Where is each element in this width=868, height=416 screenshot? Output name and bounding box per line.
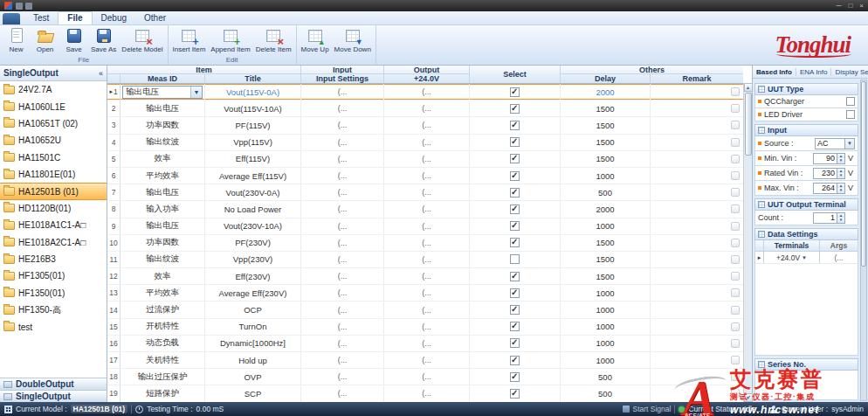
sidebar-item-he216b3[interactable]: HE216B3 bbox=[0, 251, 107, 267]
select-checkbox[interactable] bbox=[510, 272, 520, 281]
meas-id-cell[interactable]: 动态负载 bbox=[121, 336, 205, 351]
ds-data-row[interactable]: ▸ +24.0V ▼ (... bbox=[755, 252, 858, 264]
sidebar-item-he1018a2c1-a[interactable]: HE1018A2C1-A□ bbox=[0, 234, 107, 251]
title-cell[interactable]: OVP bbox=[205, 369, 301, 385]
title-cell[interactable]: Eff(230V) bbox=[205, 268, 301, 284]
row-number[interactable]: 11 bbox=[107, 252, 121, 267]
terminal-combobox[interactable]: +24.0V ▼ bbox=[764, 252, 820, 263]
scroll-thumb[interactable] bbox=[745, 93, 752, 156]
minimize-button[interactable]: ─ bbox=[837, 3, 842, 10]
output-cell[interactable]: (... bbox=[384, 268, 470, 284]
rated-vin-value[interactable]: 230 bbox=[813, 168, 837, 179]
output-cell[interactable]: (... bbox=[384, 319, 470, 335]
meas-id-combobox[interactable]: 输出电压▼ bbox=[122, 86, 203, 99]
remark-cell[interactable] bbox=[651, 352, 743, 368]
chevron-down-icon[interactable]: ▼ bbox=[802, 255, 807, 260]
delay-cell[interactable]: 1500 bbox=[561, 101, 651, 116]
collapse-icon[interactable]: « bbox=[99, 69, 103, 78]
delay-cell[interactable]: 500 bbox=[561, 369, 651, 385]
count-stepper[interactable]: 1 ▲▼ bbox=[813, 212, 845, 224]
select-cell[interactable] bbox=[470, 252, 561, 267]
meas-id-cell[interactable]: 关机特性 bbox=[121, 352, 205, 368]
remark-cell[interactable] bbox=[651, 201, 743, 217]
remark-cell[interactable] bbox=[651, 84, 743, 100]
input-settings-cell[interactable]: (... bbox=[301, 385, 384, 401]
meas-id-cell[interactable]: 输出电压 bbox=[121, 184, 205, 200]
title-cell[interactable]: Vout(230V-0A) bbox=[205, 184, 301, 200]
delay-cell[interactable]: 1000 bbox=[561, 218, 651, 234]
sidebar-item-ha10652u[interactable]: HA10652U bbox=[0, 132, 107, 149]
title-cell[interactable]: PF(115V) bbox=[205, 117, 301, 133]
delay-cell[interactable]: 1500 bbox=[561, 268, 651, 284]
sidebar-item-hf1350[interactable]: HF1350-高 bbox=[0, 302, 107, 318]
sidebar-panel-singleoutput[interactable]: SingleOutput bbox=[0, 390, 107, 402]
title-cell[interactable]: No Load Power bbox=[205, 201, 301, 217]
row-number[interactable]: 16 bbox=[107, 336, 121, 351]
input-settings-cell[interactable]: (... bbox=[301, 336, 384, 351]
output-cell[interactable]: (... bbox=[384, 184, 470, 200]
quick-save-icon[interactable] bbox=[16, 3, 23, 10]
title-cell[interactable]: SCP bbox=[205, 385, 301, 401]
table-scrollbar[interactable]: ▲ ▼ bbox=[743, 83, 752, 402]
ribbon-button-delete-item[interactable]: Delete Item bbox=[253, 26, 294, 56]
stepper-arrows[interactable]: ▲▼ bbox=[837, 168, 845, 179]
input-settings-cell[interactable]: (... bbox=[301, 101, 384, 116]
ribbon-button-insert-item[interactable]: Insert Item bbox=[170, 26, 209, 56]
row-number[interactable]: 15 bbox=[107, 319, 121, 335]
input-settings-cell[interactable]: (... bbox=[301, 268, 384, 284]
title-cell[interactable]: Average Eff(230V) bbox=[205, 285, 301, 301]
remark-cell[interactable] bbox=[651, 336, 743, 351]
rated-vin-stepper[interactable]: 230 ▲▼ bbox=[813, 168, 845, 179]
meas-id-cell[interactable]: 输出电压▼ bbox=[121, 84, 205, 100]
scroll-up-icon[interactable]: ▲ bbox=[744, 83, 753, 92]
select-cell[interactable] bbox=[470, 218, 561, 234]
remark-cell[interactable] bbox=[651, 117, 743, 133]
row-number[interactable]: 13 bbox=[107, 285, 121, 301]
sidebar-item-ha10651t-02[interactable]: HA10651T (02) bbox=[0, 115, 107, 132]
remark-cell[interactable] bbox=[651, 168, 743, 184]
row-number[interactable]: 9 bbox=[107, 218, 121, 234]
output-cell[interactable]: (... bbox=[384, 302, 470, 317]
select-checkbox[interactable] bbox=[510, 356, 520, 365]
ribbon-button-open[interactable]: Open bbox=[31, 26, 59, 56]
row-number[interactable]: 17 bbox=[107, 352, 121, 368]
output-cell[interactable]: (... bbox=[384, 369, 470, 385]
input-settings-cell[interactable]: (... bbox=[301, 352, 384, 368]
remark-cell[interactable] bbox=[651, 151, 743, 167]
ribbon-button-append-item[interactable]: Append Item bbox=[208, 26, 252, 56]
sidebar-item-ha11501c[interactable]: HA11501C bbox=[0, 149, 107, 166]
stepper-arrows[interactable]: ▲▼ bbox=[837, 183, 845, 194]
sidebar-item-ha12501b-01[interactable]: HA12501B (01) bbox=[0, 183, 107, 199]
step-down-icon[interactable]: ▼ bbox=[837, 218, 844, 223]
ribbon-button-new[interactable]: New bbox=[2, 26, 31, 56]
select-cell[interactable] bbox=[470, 117, 561, 133]
remark-cell[interactable] bbox=[651, 369, 743, 385]
meas-id-cell[interactable]: 输出过压保护 bbox=[121, 369, 205, 385]
chevron-down-icon[interactable]: ▼ bbox=[844, 139, 854, 149]
select-checkbox[interactable] bbox=[510, 389, 520, 399]
row-number[interactable]: 7 bbox=[107, 184, 121, 200]
remark-cell[interactable] bbox=[651, 252, 743, 267]
input-settings-cell[interactable]: (... bbox=[301, 84, 384, 100]
select-checkbox[interactable] bbox=[510, 205, 520, 214]
quick-undo-icon[interactable] bbox=[25, 3, 32, 10]
output-cell[interactable]: (... bbox=[384, 101, 470, 116]
sidebar-item-24v2-7a[interactable]: 24V2.7A bbox=[0, 81, 107, 98]
sidebar-item-he1018a1c1-a[interactable]: HE1018A1C1-A□ bbox=[0, 217, 107, 233]
output-cell[interactable]: (... bbox=[384, 168, 470, 184]
row-number[interactable]: 2 bbox=[107, 101, 121, 116]
select-checkbox[interactable] bbox=[510, 121, 520, 130]
row-number[interactable]: 5 bbox=[107, 151, 121, 167]
qccharger-checkbox[interactable] bbox=[846, 97, 855, 106]
meas-id-cell[interactable]: 效率 bbox=[121, 151, 205, 167]
delay-cell[interactable]: 1500 bbox=[561, 135, 651, 150]
delay-cell[interactable]: 1500 bbox=[561, 117, 651, 133]
max-vin-stepper[interactable]: 264 ▲▼ bbox=[813, 183, 845, 194]
output-cell[interactable]: (... bbox=[384, 235, 470, 251]
select-cell[interactable] bbox=[470, 184, 561, 200]
title-cell[interactable]: Hold up bbox=[205, 352, 301, 368]
select-checkbox[interactable] bbox=[510, 372, 520, 382]
meas-id-cell[interactable]: 输出纹波 bbox=[121, 135, 205, 150]
title-cell[interactable]: OCP bbox=[205, 302, 301, 317]
tab-test[interactable]: Test bbox=[24, 12, 58, 24]
